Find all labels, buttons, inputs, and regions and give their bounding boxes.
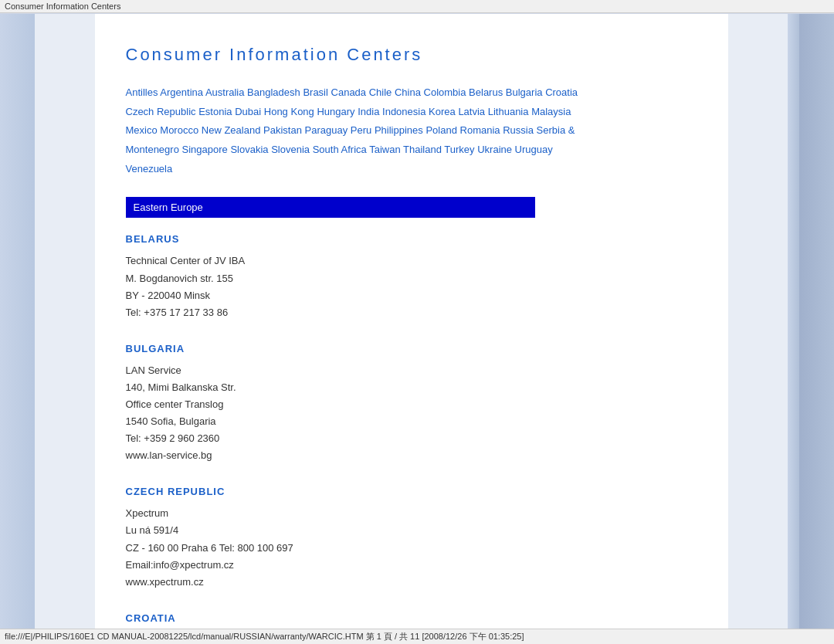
link-serbia[interactable]: Serbia & [537,124,575,136]
link-russia[interactable]: Russia [503,124,534,136]
link-indonesia[interactable]: Indonesia [382,106,425,117]
link-singapore[interactable]: Singapore [182,144,228,155]
link-peru[interactable]: Peru [351,124,371,136]
status-bar-text: file:///E|/PHILIPS/160E1 CD MANUAL-20081… [5,632,524,641]
link-uruguay[interactable]: Uruguay [515,144,553,155]
link-slovenia[interactable]: Slovenia [271,144,310,155]
link-pakistan[interactable]: Pakistan [263,124,302,136]
country-section-czech-republic: CZECH REPUBLIC Xpectrum Lu ná 591/4 CZ -… [126,486,697,590]
left-sidebar [0,14,35,644]
country-info-bulgaria: LAN Service 140, Mimi Balkanska Str. Off… [126,362,697,465]
link-thailand[interactable]: Thailand [403,144,442,155]
title-bar: Consumer Information Centers [0,0,834,13]
link-slovakia[interactable]: Slovakia [230,144,268,155]
main-content-wrapper: Consumer Information Centers Antilles Ar… [35,14,788,644]
link-hong-kong[interactable]: Hong Kong [264,106,314,117]
page-title: Consumer Information Centers [126,45,697,65]
link-bangladesh[interactable]: Bangladesh [247,86,300,98]
link-hungary[interactable]: Hungary [317,106,354,117]
country-info-belarus: Technical Center of JV IBA M. Bogdanovic… [126,253,697,320]
link-australia[interactable]: Australia [205,86,245,98]
link-china[interactable]: China [395,86,421,98]
title-bar-text: Consumer Information Centers [5,2,120,11]
link-antilles[interactable]: Antilles [126,86,158,98]
link-romania[interactable]: Romania [460,124,500,136]
link-montenegro[interactable]: Montenegro [126,144,179,155]
link-canada[interactable]: Canada [331,86,367,98]
right-sidebar-1 [788,14,799,644]
link-paraguay[interactable]: Paraguay [305,124,348,136]
link-malaysia[interactable]: Malaysia [531,106,571,117]
link-ukraine[interactable]: Ukraine [477,144,512,155]
country-name-croatia: CROATIA [126,612,697,624]
link-taiwan[interactable]: Taiwan [369,144,400,155]
country-links: Antilles Argentina Australia Bangladesh … [126,83,697,178]
link-mexico[interactable]: Mexico [126,124,158,136]
status-bar: file:///E|/PHILIPS/160E1 CD MANUAL-20081… [0,629,834,644]
link-belarus[interactable]: Belarus [469,86,503,98]
link-turkey[interactable]: Turkey [444,144,474,155]
link-venezuela[interactable]: Venezuela [126,163,173,175]
link-argentina[interactable]: Argentina [160,86,203,98]
link-south-africa[interactable]: South Africa [313,144,367,155]
link-new-zealand[interactable]: New Zealand [202,124,261,136]
link-poland[interactable]: Poland [425,124,456,136]
country-info-czech-republic: Xpectrum Lu ná 591/4 CZ - 160 00 Praha 6… [126,505,697,590]
link-lithuania[interactable]: Lithuania [488,106,529,117]
link-dubai[interactable]: Dubai [235,106,261,117]
right-sidebar-2 [799,14,834,644]
link-brasil[interactable]: Brasil [303,86,328,98]
link-estonia[interactable]: Estonia [198,106,232,117]
section-header: Eastern Europe [126,197,535,218]
link-bulgaria[interactable]: Bulgaria [506,86,543,98]
country-name-czech-republic: CZECH REPUBLIC [126,486,697,497]
link-india[interactable]: India [358,106,379,117]
link-latvia[interactable]: Latvia [458,106,485,117]
country-name-belarus: BELARUS [126,233,697,245]
link-korea[interactable]: Korea [429,106,456,117]
link-colombia[interactable]: Colombia [424,86,466,98]
link-czech-republic[interactable]: Czech Republic [126,106,196,117]
country-section-bulgaria: BULGARIA LAN Service 140, Mimi Balkanska… [126,343,697,465]
page-content: Consumer Information Centers Antilles Ar… [95,14,728,644]
link-morocco[interactable]: Morocco [160,124,198,136]
country-section-belarus: BELARUS Technical Center of JV IBA M. Bo… [126,233,697,320]
link-croatia[interactable]: Croatia [545,86,578,98]
link-philippines[interactable]: Philippines [375,124,423,136]
link-chile[interactable]: Chile [369,86,392,98]
country-name-bulgaria: BULGARIA [126,343,697,354]
